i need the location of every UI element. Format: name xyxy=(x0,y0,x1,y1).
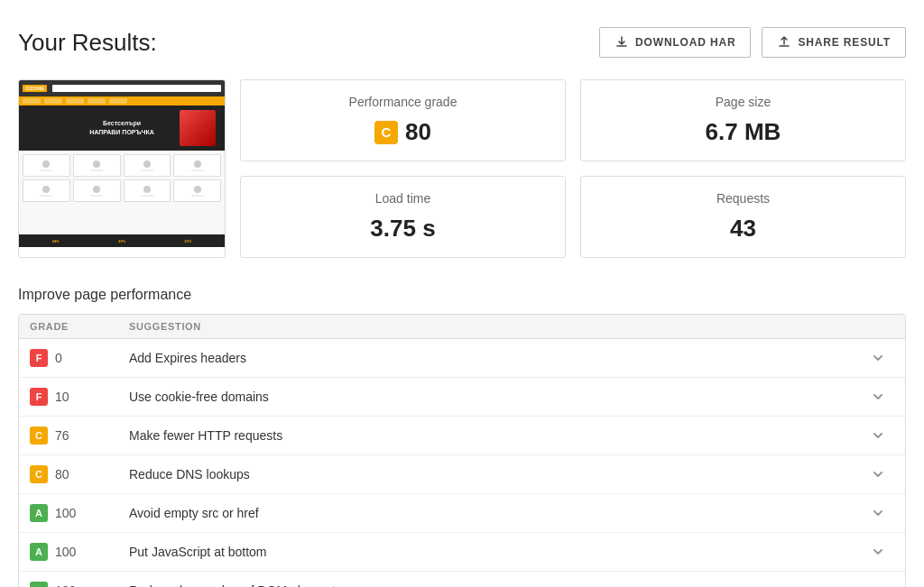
metrics-grid: Performance grade C 80 Page size 6.7 MB … xyxy=(240,79,906,258)
grade-score: 0 xyxy=(55,351,62,365)
grade-score: 80 xyxy=(55,467,69,482)
grade-cell: F 10 xyxy=(30,388,129,406)
results-row: OZONE БестселъриНАПРАВИ ПОРЪЧКА xyxy=(18,79,906,258)
page-wrapper: Your Results: DOWNLOAD HAR SHARE RESULT xyxy=(0,0,924,587)
grade-cell: A 100 xyxy=(30,543,129,561)
chevron-down-icon xyxy=(871,583,885,587)
load-time-label: Load time xyxy=(375,191,430,206)
chevron-cell xyxy=(862,583,894,587)
chevron-cell xyxy=(862,467,894,482)
suggestions-body: F 0 Add Expires headers F 10 Use cookie-… xyxy=(19,339,905,587)
chevron-down-icon xyxy=(871,428,885,443)
chevron-down-icon xyxy=(871,390,885,404)
screenshot-preview: OZONE БестселъриНАПРАВИ ПОРЪЧКА xyxy=(19,80,225,247)
grade-badge: C xyxy=(30,465,48,483)
screenshot-card: OZONE БестселъриНАПРАВИ ПОРЪЧКА xyxy=(18,79,226,258)
suggestion-text: Use cookie-free domains xyxy=(129,390,862,404)
download-har-button[interactable]: DOWNLOAD HAR xyxy=(599,27,751,58)
chevron-down-icon xyxy=(871,467,885,482)
grade-badge: F xyxy=(30,349,48,367)
grade-column-header: GRADE xyxy=(30,321,129,332)
grade-cell: A 100 xyxy=(30,504,129,522)
chevron-cell xyxy=(862,351,894,365)
page-size-label: Page size xyxy=(716,95,771,109)
grade-cell: C 76 xyxy=(30,426,129,445)
chevron-cell xyxy=(862,390,894,404)
suggestions-table: GRADE SUGGESTION F 0 Add Expires headers… xyxy=(18,314,906,587)
suggestion-column-header: SUGGESTION xyxy=(129,321,862,332)
grade-badge: A xyxy=(30,504,48,522)
grade-score: 100 xyxy=(55,545,76,559)
load-time-value: 3.75 s xyxy=(370,215,435,243)
grade-score: 10 xyxy=(55,390,69,404)
page-size-card: Page size 6.7 MB xyxy=(580,79,906,161)
header-row: Your Results: DOWNLOAD HAR SHARE RESULT xyxy=(18,27,906,58)
grade-badge: F xyxy=(30,388,48,406)
suggestion-row[interactable]: A 100 Reduce the number of DOM elements xyxy=(19,572,905,587)
performance-grade-card: Performance grade C 80 xyxy=(240,79,566,161)
share-result-button[interactable]: SHARE RESULT xyxy=(762,27,906,58)
requests-value: 43 xyxy=(730,215,756,243)
table-header-row: GRADE SUGGESTION xyxy=(19,315,905,339)
chevron-cell xyxy=(862,545,894,559)
suggestion-text: Add Expires headers xyxy=(129,351,862,365)
grade-cell: F 0 xyxy=(30,349,129,367)
page-size-value: 6.7 MB xyxy=(706,118,781,146)
performance-grade-label: Performance grade xyxy=(349,95,457,109)
suggestion-row[interactable]: F 10 Use cookie-free domains xyxy=(19,378,905,417)
chevron-cell xyxy=(862,506,894,520)
performance-score: 80 xyxy=(405,118,431,146)
fake-website-screenshot: OZONE БестселъриНАПРАВИ ПОРЪЧКА xyxy=(19,80,225,247)
page-title: Your Results: xyxy=(18,29,157,57)
improve-section-title: Improve page performance xyxy=(18,287,906,303)
suggestion-text: Put JavaScript at bottom xyxy=(129,545,862,559)
suggestion-row[interactable]: C 80 Reduce DNS lookups xyxy=(19,455,905,494)
grade-score: 100 xyxy=(55,506,76,520)
grade-badge: A xyxy=(30,582,48,587)
grade-badge: A xyxy=(30,543,48,561)
suggestion-text: Avoid empty src or href xyxy=(129,506,862,520)
requests-card: Requests 43 xyxy=(580,176,906,258)
grade-badge: C xyxy=(30,426,48,445)
header-buttons: DOWNLOAD HAR SHARE RESULT xyxy=(599,27,906,58)
chevron-cell xyxy=(862,428,894,443)
requests-label: Requests xyxy=(716,191,770,206)
chevron-down-icon xyxy=(871,545,885,559)
chevron-down-icon xyxy=(871,506,885,520)
suggestion-row[interactable]: C 76 Make fewer HTTP requests xyxy=(19,417,905,455)
performance-grade-value: C 80 xyxy=(374,118,431,146)
chevron-down-icon xyxy=(871,351,885,365)
suggestion-row[interactable]: F 0 Add Expires headers xyxy=(19,339,905,378)
grade-cell: A 100 xyxy=(30,582,129,587)
suggestion-text: Make fewer HTTP requests xyxy=(129,428,862,443)
grade-score: 76 xyxy=(55,428,69,443)
improve-section: Improve page performance GRADE SUGGESTIO… xyxy=(18,287,906,587)
suggestion-row[interactable]: A 100 Put JavaScript at bottom xyxy=(19,533,905,572)
load-time-card: Load time 3.75 s xyxy=(240,176,566,258)
share-icon xyxy=(777,35,791,50)
suggestion-text: Reduce the number of DOM elements xyxy=(129,583,862,587)
download-icon xyxy=(614,35,629,50)
grade-score: 100 xyxy=(55,583,76,587)
performance-grade-badge: C xyxy=(374,121,398,144)
grade-cell: C 80 xyxy=(30,465,129,483)
suggestion-row[interactable]: A 100 Avoid empty src or href xyxy=(19,494,905,533)
suggestion-text: Reduce DNS lookups xyxy=(129,467,862,482)
